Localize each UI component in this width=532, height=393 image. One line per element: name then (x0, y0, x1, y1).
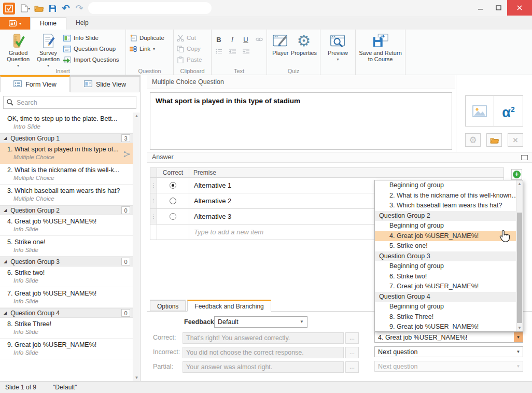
drag-handle[interactable]: ⋮ (150, 178, 157, 193)
increase-indent-button[interactable] (242, 48, 250, 55)
branch-select[interactable]: 4. Great job %USER_NAME%!▼ (374, 332, 523, 343)
add-answer-button[interactable]: + (511, 169, 522, 180)
copy-button[interactable]: Copy (177, 44, 202, 53)
dropdown-group-header[interactable]: Question Group 2 (375, 211, 516, 221)
feedback-text-field[interactable]: That's right! You answered correctly. (183, 332, 344, 344)
slide-list-item[interactable]: 1. What sport is played in this type of.… (0, 143, 133, 164)
picture-remove-button[interactable]: ✕ (508, 133, 523, 147)
dropdown-item[interactable]: 8. Strike Three! (375, 312, 516, 322)
picture-settings-button[interactable]: ⚙ (465, 133, 481, 147)
dropdown-group-header[interactable]: Question Group 3 (375, 251, 516, 262)
scroll-up-icon[interactable]: ▲ (516, 181, 523, 186)
question-group-button[interactable]: Question Group (63, 44, 119, 53)
bullet-list-button[interactable] (215, 48, 223, 55)
hyperlink-button[interactable] (255, 36, 263, 44)
scrollbar-thumb[interactable] (517, 213, 522, 323)
info-slide-button[interactable]: Info Slide (63, 33, 119, 43)
slide-list-item[interactable]: 3. Which baseball team wears this hat?Mu… (0, 185, 133, 205)
paste-button[interactable]: Paste (177, 55, 202, 64)
close-button[interactable] (507, 0, 532, 16)
undo-button[interactable]: ↶ (60, 2, 72, 15)
dropdown-item[interactable]: 4. Great job %USER_NAME%! (375, 231, 516, 242)
slide-list-item[interactable]: 6. Strike two!Info Slide (0, 266, 133, 287)
dropdown-item[interactable]: 9. Great job %USER_NAME%! (375, 322, 516, 331)
decrease-indent-button[interactable] (228, 48, 236, 55)
redo-button[interactable]: ↷ (73, 2, 86, 15)
correct-radio[interactable] (170, 213, 176, 220)
dropdown-item[interactable]: 2. What is the nickname of this well-kno… (375, 191, 516, 201)
search-input[interactable] (17, 99, 133, 106)
question-text-box[interactable]: What sport is played in this type of sta… (150, 92, 452, 150)
tab-slide-view[interactable]: Slide View (70, 75, 140, 92)
collapse-triangle-icon[interactable]: ◢ (4, 259, 7, 264)
scroll-up-icon[interactable]: ▲ (133, 114, 140, 118)
slide-list-scrollbar[interactable]: ▲ ▼ (133, 113, 140, 381)
tab-options[interactable]: Options (150, 300, 186, 311)
chevron-down-icon[interactable]: ▼ (514, 361, 523, 371)
picture-placeholder-button[interactable] (465, 95, 494, 127)
correct-radio[interactable] (170, 182, 176, 189)
new-document-button[interactable]: ▾ (19, 2, 32, 15)
open-button[interactable] (33, 2, 45, 15)
question-group-header[interactable]: ◢Question Group 20 (0, 205, 133, 215)
scroll-down-icon[interactable]: ▼ (133, 375, 140, 380)
preview-button[interactable]: Preview ▾ (324, 31, 352, 63)
bold-button[interactable]: B (215, 36, 223, 44)
dropdown-item[interactable]: 3. Which baseball team wears this hat? (375, 201, 516, 211)
dropdown-item[interactable]: Beginning of group (375, 302, 516, 312)
slide-list-item[interactable]: 2. What is the nickname of this well-k..… (0, 164, 133, 185)
tab-form-view[interactable]: Form View (0, 75, 70, 92)
italic-button[interactable]: I (228, 35, 236, 44)
properties-button[interactable]: ⚙ Properties (291, 31, 317, 56)
dropdown-item[interactable]: 7. Great job %USER_NAME%! (375, 282, 516, 292)
branch-select[interactable]: Next question▼ (374, 346, 523, 357)
question-group-header[interactable]: ◢Question Group 13 (0, 133, 133, 143)
expand-panel-icon[interactable] (521, 155, 528, 160)
dropdown-item[interactable]: Beginning of group (375, 261, 516, 272)
dropdown-item[interactable]: Beginning of group (375, 221, 516, 231)
scroll-down-icon[interactable]: ▼ (516, 326, 523, 330)
formula-button[interactable]: α2 (494, 95, 523, 127)
maximize-button[interactable] (489, 0, 507, 16)
minimize-button[interactable] (472, 0, 489, 16)
duplicate-button[interactable]: Duplicate (129, 33, 164, 43)
dropdown-item[interactable]: 6. Strike two! (375, 272, 516, 282)
collapse-triangle-icon[interactable]: ◢ (4, 136, 7, 141)
search-box[interactable] (3, 96, 136, 109)
feedback-text-field[interactable]: You did not choose the correct response. (183, 347, 344, 358)
slide-list-item[interactable]: 4. Great job %USER_NAME%!Info Slide (0, 215, 133, 236)
save-and-return-button[interactable]: Save and Return to Course (359, 31, 402, 62)
ribbon-tab-help[interactable]: Help (66, 17, 98, 30)
more-button[interactable]: ... (345, 332, 359, 344)
import-questions-button[interactable]: Import Questions (63, 55, 119, 64)
chevron-down-icon[interactable]: ▼ (514, 332, 523, 342)
more-button[interactable]: ... (345, 361, 359, 373)
save-button[interactable] (46, 2, 59, 15)
graded-question-button[interactable]: Graded Question ▾ (3, 31, 33, 69)
cut-button[interactable]: Cut (177, 33, 202, 43)
slide-list-item[interactable]: 7. Great job %USER_NAME%!Info Slide (0, 287, 133, 308)
drag-handle[interactable]: ⋮ (150, 193, 157, 208)
question-group-header[interactable]: ◢Question Group 40 (0, 308, 133, 318)
link-button[interactable]: Link ▾ (129, 44, 164, 53)
slide-list-item[interactable]: OK, time to step up to the plate. Bett..… (0, 113, 133, 133)
feedback-text-field[interactable]: Your answer was almost right. (183, 361, 344, 373)
tab-feedback-and-branching[interactable]: Feedback and Branching (187, 300, 271, 312)
feedback-type-select[interactable]: Default ▼ (214, 316, 307, 328)
collapse-triangle-icon[interactable]: ◢ (4, 208, 7, 213)
player-button[interactable]: Player (270, 31, 291, 56)
slide-list-item[interactable]: 5. Strike one!Info Slide (0, 236, 133, 257)
chevron-down-icon[interactable]: ▼ (514, 347, 523, 357)
file-menu-button[interactable]: ▾ (0, 17, 30, 30)
dropdown-item[interactable]: 5. Strike one! (375, 241, 516, 251)
more-button[interactable]: ... (345, 347, 359, 358)
ribbon-tab-home[interactable]: Home (30, 17, 66, 30)
picture-browse-button[interactable] (486, 133, 502, 147)
dropdown-item[interactable]: Beginning of group (375, 180, 516, 191)
dropdown-group-header[interactable]: Question Group 4 (375, 292, 516, 302)
drag-handle[interactable]: ⋮ (150, 209, 157, 224)
survey-question-button[interactable]: Survey Question ▾ (33, 31, 63, 69)
question-group-header[interactable]: ◢Question Group 30 (0, 257, 133, 266)
branch-select[interactable]: Next question▼ (374, 361, 523, 372)
slide-list-item[interactable]: 8. Strike Three!Info Slide (0, 318, 133, 339)
